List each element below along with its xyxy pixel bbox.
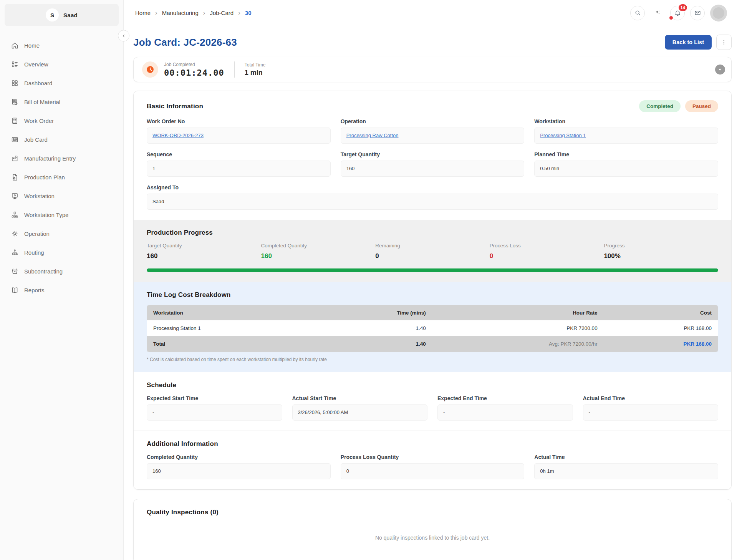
operation-link[interactable]: Processing Raw Cotton: [346, 133, 399, 138]
production-progress-section: Production Progress Target Quantity 160 …: [134, 220, 731, 282]
progress-stats: Target Quantity 160 Completed Quantity 1…: [147, 243, 718, 260]
additional-information-section: Additional Information Completed Quantit…: [134, 431, 731, 489]
stat-progress: Progress 100%: [604, 243, 718, 260]
field-work-order: Work Order No WORK-ORD-2026-273: [147, 118, 331, 144]
notifications-button[interactable]: 14: [670, 6, 685, 20]
cell-cost: PKR 168.00: [604, 320, 718, 336]
sidebar-item-production-plan[interactable]: Production Plan: [5, 168, 119, 187]
search-button[interactable]: [630, 6, 645, 20]
sidebar-item-job-card[interactable]: Job Card: [5, 130, 119, 149]
ai-assistant-button[interactable]: [650, 6, 665, 20]
sidebar-item-work-order[interactable]: Work Order: [5, 111, 119, 130]
assigned-to-value: Saad: [147, 194, 718, 210]
job-card-icon: [11, 136, 19, 144]
user-name: Saad: [63, 12, 78, 18]
messages-button[interactable]: [690, 6, 705, 20]
topbar: Home › Manufacturing › Job-Card › 30 14: [124, 0, 737, 26]
work-order-link[interactable]: WORK-ORD-2026-273: [152, 133, 204, 138]
field-label: Expected End Time: [437, 395, 573, 401]
breadcrumb-separator: ›: [203, 9, 205, 17]
sidebar-item-routing[interactable]: Routing: [5, 243, 119, 262]
actual-end-value: -: [583, 404, 719, 421]
breadcrumb-separator: ›: [238, 9, 240, 17]
production-plan-icon: [11, 173, 19, 181]
schedule-title: Schedule: [147, 381, 718, 389]
page-title: Job Card: JC-2026-63: [133, 36, 237, 48]
field-label: Workstation: [534, 118, 718, 124]
workstation-link[interactable]: Processing Station 1: [540, 133, 586, 138]
table-row: Processing Station 1 1.40 PKR 7200.00 PK…: [147, 320, 718, 336]
field-operation: Operation Processing Raw Cotton: [341, 118, 525, 144]
stat-value: 0: [375, 252, 490, 260]
field-label: Expected Start Time: [147, 395, 282, 401]
stat-value: 0: [490, 252, 604, 260]
field-completed-quantity: Completed Quantity 160: [147, 454, 331, 479]
field-label: Target Quantity: [341, 151, 525, 157]
profile-avatar[interactable]: [710, 5, 727, 22]
breadcrumb-manufacturing[interactable]: Manufacturing: [162, 10, 199, 16]
title-actions: Back to List: [665, 35, 732, 50]
more-options-button[interactable]: [716, 35, 732, 50]
back-to-list-button[interactable]: Back to List: [665, 35, 712, 50]
timer-label: Job Completed: [164, 62, 224, 67]
production-progress-title: Production Progress: [147, 229, 718, 237]
sidebar-collapse-button[interactable]: [118, 30, 129, 41]
breadcrumb-job-card[interactable]: Job-Card: [210, 10, 234, 16]
field-process-loss-quantity: Process Loss Quantity 0: [341, 454, 525, 479]
field-label: Planned Time: [534, 151, 718, 157]
field-label: Actual End Time: [583, 395, 719, 401]
workstation-type-icon: [11, 211, 19, 219]
field-label: Work Order No: [147, 118, 331, 124]
sidebar-item-manufacturing-entry[interactable]: Manufacturing Entry: [5, 149, 119, 168]
field-actual-start: Actual Start Time 3/26/2026, 5:00:00 AM: [292, 395, 428, 421]
sidebar-item-label: Overview: [24, 61, 48, 68]
progress-bar-fill: [147, 268, 718, 272]
sidebar-item-label: Routing: [24, 249, 44, 256]
total-label: Total: [147, 336, 316, 352]
field-label: Sequence: [147, 151, 331, 157]
sidebar-item-overview[interactable]: Overview: [5, 55, 119, 74]
total-time-block: Total Time 1 min: [245, 62, 266, 77]
sequence-value: 1: [147, 161, 331, 177]
app-root: S Saad Home Overview Dashboard Bill of M…: [0, 0, 737, 560]
sidebar-item-reports[interactable]: Reports: [5, 281, 119, 300]
stat-label: Target Quantity: [147, 243, 261, 249]
sidebar-item-workstation-type[interactable]: Workstation Type: [5, 205, 119, 224]
overview-icon: [11, 60, 19, 68]
job-card-detail-card: Basic Information Completed Paused Work …: [133, 91, 732, 490]
field-workstation: Workstation Processing Station 1: [534, 118, 718, 144]
sidebar-item-label: Manufacturing Entry: [24, 155, 76, 162]
sidebar-item-label: Bill of Material: [24, 99, 60, 105]
table-header-row: Workstation Time (mins) Hour Rate Cost: [147, 305, 718, 320]
sidebar-item-workstation[interactable]: Workstation: [5, 187, 119, 205]
field-label: Assigned To: [147, 184, 718, 191]
additional-information-title: Additional Information: [147, 440, 718, 448]
sidebar-item-subcontracting[interactable]: Subcontracting: [5, 262, 119, 281]
breadcrumb: Home › Manufacturing › Job-Card › 30: [135, 9, 251, 17]
col-cost: Cost: [604, 305, 718, 320]
title-row: Job Card: JC-2026-63 Back to List: [133, 35, 732, 50]
planned-time-value: 0.50 min: [534, 161, 718, 177]
sidebar-item-home[interactable]: Home: [5, 36, 119, 55]
kebab-menu-icon: [721, 39, 727, 45]
col-hour-rate: Hour Rate: [432, 305, 604, 320]
field-expected-end: Expected End Time -: [437, 395, 573, 421]
breadcrumb-home[interactable]: Home: [135, 10, 151, 16]
actual-start-value: 3/26/2026, 5:00:00 AM: [292, 404, 428, 421]
total-avg-rate: Avg: PKR 7200.00/hr: [432, 336, 604, 352]
bill-of-material-icon: [11, 98, 19, 106]
sidebar-item-operation[interactable]: Operation: [5, 224, 119, 243]
schedule-section: Schedule Expected Start Time - Actual St…: [134, 372, 731, 431]
timer-collapse-button[interactable]: [715, 65, 725, 75]
cost-footnote: * Cost is calculated based on time spent…: [147, 357, 718, 362]
dashboard-icon: [11, 79, 19, 87]
field-planned-time: Planned Time 0.50 min: [534, 151, 718, 177]
sidebar-item-label: Subcontracting: [24, 268, 63, 275]
sidebar-user-header[interactable]: S Saad: [5, 4, 119, 26]
expected-end-value: -: [437, 404, 573, 421]
sidebar-item-bill-of-material[interactable]: Bill of Material: [5, 93, 119, 111]
time-log-title: Time Log Cost Breakdown: [147, 291, 718, 299]
sidebar-item-dashboard[interactable]: Dashboard: [5, 74, 119, 93]
routing-icon: [11, 249, 19, 257]
cell-workstation: Processing Station 1: [147, 320, 316, 336]
